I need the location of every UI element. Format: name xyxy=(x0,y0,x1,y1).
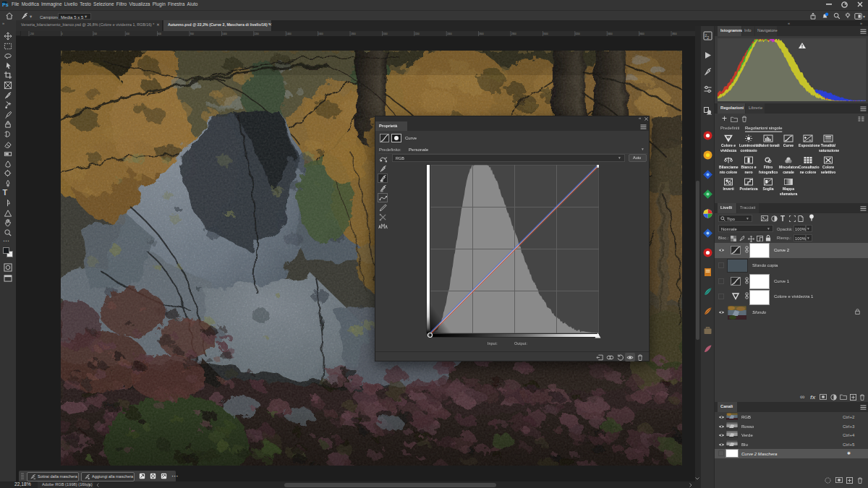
svg-text:2400: 2400 xyxy=(447,33,452,35)
svg-text:3600: 3600 xyxy=(639,33,644,35)
svg-text:2000: 2000 xyxy=(383,33,388,35)
svg-text:400: 400 xyxy=(126,33,129,35)
svg-text:2200: 2200 xyxy=(414,33,420,35)
svg-text:1200: 1200 xyxy=(254,33,259,35)
svg-text:200: 200 xyxy=(93,33,97,35)
svg-text:3200: 3200 xyxy=(575,33,580,35)
svg-text:1000: 1000 xyxy=(222,33,227,35)
svg-text:1800: 1800 xyxy=(351,33,356,35)
svg-text:3000: 3000 xyxy=(543,33,548,35)
svg-text:1400: 1400 xyxy=(286,33,292,35)
svg-text:3400: 3400 xyxy=(608,33,613,35)
svg-text:3800: 3800 xyxy=(672,33,677,35)
svg-text:800: 800 xyxy=(190,33,194,35)
svg-text:2600: 2600 xyxy=(479,33,484,35)
svg-text:600: 600 xyxy=(158,33,161,35)
svg-text:-200: -200 xyxy=(30,33,34,35)
svg-text:0: 0 xyxy=(61,33,63,35)
svg-text:2800: 2800 xyxy=(511,33,516,35)
svg-text:²₂: ²₂ xyxy=(705,33,710,40)
svg-text:1600: 1600 xyxy=(318,33,323,35)
